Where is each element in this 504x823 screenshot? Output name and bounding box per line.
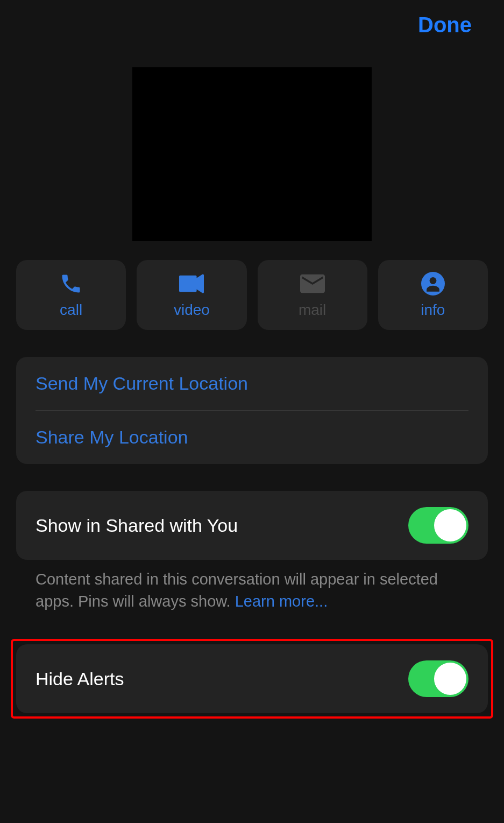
mail-button: mail <box>258 260 367 330</box>
done-button[interactable]: Done <box>418 13 472 37</box>
shared-with-you-label: Show in Shared with You <box>36 515 238 536</box>
toggle-knob <box>434 663 466 695</box>
action-row: call video mail info <box>0 241 504 330</box>
video-button[interactable]: video <box>137 260 246 330</box>
hide-alerts-label: Hide Alerts <box>36 669 124 690</box>
shared-section: Show in Shared with You <box>16 491 488 560</box>
mail-icon <box>300 271 325 296</box>
phone-icon <box>59 271 83 296</box>
learn-more-link[interactable]: Learn more... <box>235 593 328 610</box>
hide-alerts-toggle[interactable] <box>408 660 468 697</box>
contact-image <box>132 67 372 241</box>
shared-footnote: Content shared in this conversation will… <box>0 560 504 612</box>
toggle-knob <box>434 509 466 541</box>
share-location-button[interactable]: Share My Location <box>16 411 488 464</box>
location-section: Send My Current Location Share My Locati… <box>16 357 488 464</box>
mail-label: mail <box>299 301 326 319</box>
video-label: video <box>174 301 210 319</box>
person-icon <box>421 271 445 296</box>
svg-point-1 <box>429 277 436 284</box>
highlight-box: Hide Alerts <box>11 639 493 719</box>
info-button[interactable]: info <box>378 260 488 330</box>
video-icon <box>179 271 204 296</box>
shared-with-you-toggle[interactable] <box>408 507 468 544</box>
info-label: info <box>421 301 445 319</box>
call-label: call <box>60 301 82 319</box>
hide-alerts-row: Hide Alerts <box>16 644 488 713</box>
call-button[interactable]: call <box>16 260 126 330</box>
header: Done <box>0 0 504 37</box>
send-location-button[interactable]: Send My Current Location <box>16 357 488 410</box>
hide-alerts-section: Hide Alerts <box>16 644 488 713</box>
shared-with-you-row: Show in Shared with You <box>16 491 488 560</box>
